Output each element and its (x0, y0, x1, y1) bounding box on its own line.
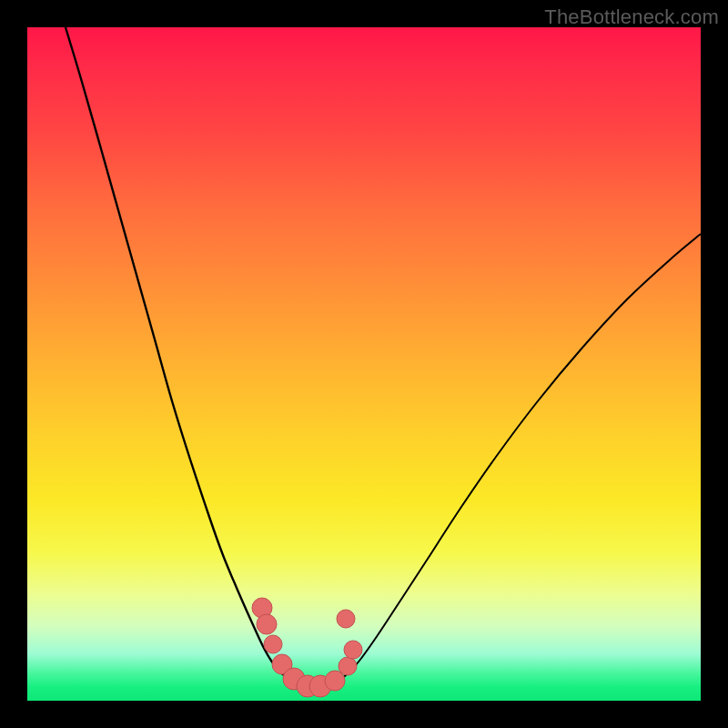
chart-marker-9 (344, 641, 362, 659)
plot-area (27, 27, 701, 701)
chart-marker-2 (264, 635, 282, 653)
chart-marker-8 (339, 657, 357, 675)
chart-svg (27, 27, 701, 701)
watermark-text: TheBottleneck.com (544, 5, 719, 29)
curve-left-path (66, 27, 291, 679)
stage: TheBottleneck.com (0, 0, 728, 728)
marker-group (252, 598, 362, 697)
chart-marker-10 (337, 610, 355, 628)
curve-group (66, 27, 701, 688)
chart-marker-1 (257, 614, 277, 634)
curve-right-path (337, 234, 701, 682)
